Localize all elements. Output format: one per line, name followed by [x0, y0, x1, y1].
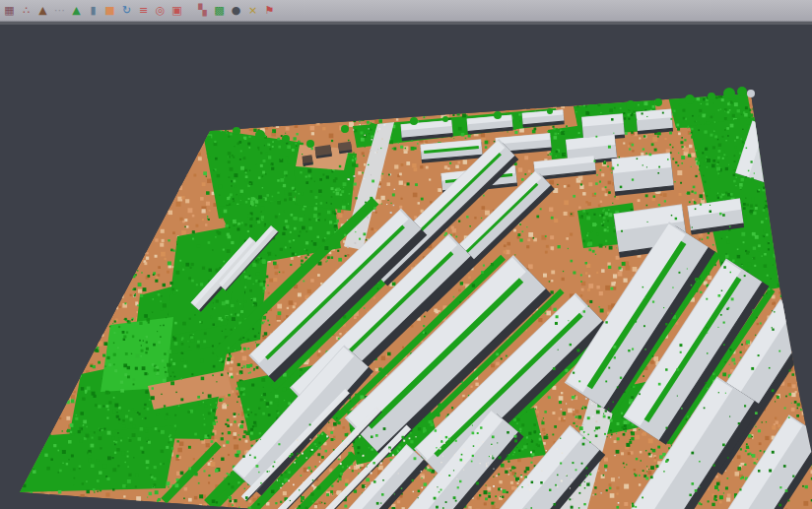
target-circle-icon[interactable]: ◎ — [152, 2, 169, 20]
mountain-icon[interactable]: ▲ — [34, 2, 51, 20]
application-window: ▦∴▲⋯▲▮■↻≡◎▣▚▩●×⚑ — [0, 0, 812, 509]
terrain-icon[interactable]: ▲ — [68, 2, 85, 20]
classified-point-cloud-render[interactable] — [0, 25, 812, 509]
toolbar: ▦∴▲⋯▲▮■↻≡◎▣▚▩●×⚑ — [0, 0, 812, 22]
globe-refresh-icon[interactable]: ↻ — [118, 2, 135, 20]
classification-colors-icon[interactable]: ▩ — [211, 2, 228, 20]
mosaic-tool-icon[interactable]: ▦ — [1, 2, 18, 20]
checkerboard-icon[interactable]: ▚ — [194, 2, 211, 20]
layers-list-icon[interactable]: ≡ — [135, 2, 152, 20]
orange-square-icon[interactable]: ■ — [102, 2, 118, 20]
sphere-icon[interactable]: ● — [228, 2, 244, 20]
selection-frame-icon[interactable]: ▣ — [169, 2, 185, 20]
cross-mark-icon[interactable]: × — [244, 2, 261, 20]
3d-viewport[interactable] — [0, 25, 812, 509]
scatter-points-icon[interactable]: ∴ — [18, 2, 34, 20]
flag-icon[interactable]: ⚑ — [261, 2, 278, 20]
sparse-points-icon[interactable]: ⋯ — [51, 2, 68, 20]
column-icon[interactable]: ▮ — [85, 2, 102, 20]
